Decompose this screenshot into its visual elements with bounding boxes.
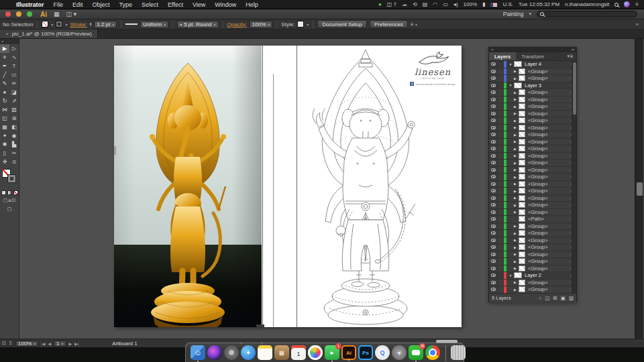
disclosure-icon[interactable]: ▶ [513, 245, 518, 249]
draw-normal-mode-icon[interactable]: ▢ [3, 198, 8, 203]
dock-chrome[interactable] [425, 345, 440, 360]
disclosure-icon[interactable]: ▼ [508, 83, 513, 87]
lock-cell[interactable] [498, 160, 504, 166]
layer-row[interactable]: ▶ <Group> ○ [489, 181, 576, 188]
layer-row[interactable]: ▶ <Group> ○ [489, 174, 576, 181]
none-button[interactable] [13, 190, 18, 195]
export-icon[interactable]: ↥ [9, 341, 13, 346]
brush-definition-field[interactable]: Uniform▾ [140, 21, 168, 28]
dock-quicktime[interactable]: Q [375, 345, 390, 360]
layer-label[interactable]: <Group> [528, 68, 567, 74]
layer-row[interactable]: ▶ <Group> ○ [489, 195, 576, 202]
dock-illustrator[interactable]: Ai [341, 345, 356, 360]
layer-row[interactable]: ▼ Layer 4 ○ [489, 61, 576, 68]
minimize-window-button[interactable] [16, 11, 21, 17]
notification-center-icon[interactable]: ≡ [635, 1, 639, 7]
dock-safari[interactable]: ✦ [241, 345, 256, 360]
menu-item[interactable]: Select [142, 1, 158, 8]
visibility-toggle-icon[interactable] [489, 202, 498, 208]
lock-cell[interactable] [498, 265, 504, 272]
draw-behind-mode-icon[interactable]: ⧈ [8, 198, 11, 203]
dock-system-preferences[interactable]: ⚙ [224, 345, 239, 360]
layer-row[interactable]: ▶ <Group> ○ [489, 89, 576, 97]
visibility-toggle-icon[interactable] [489, 265, 498, 272]
disclosure-icon[interactable]: ▶ [513, 280, 518, 284]
lock-cell[interactable] [498, 139, 504, 145]
user-name[interactable]: n.thanadamrongsit [565, 1, 609, 7]
visibility-toggle-icon[interactable] [489, 188, 498, 194]
lock-cell[interactable] [498, 280, 504, 286]
arrange-documents-icon[interactable]: ▦ [54, 11, 60, 17]
artboard[interactable]: linesen · sketch by hand · f www.faceboo… [114, 46, 462, 327]
visibility-toggle-icon[interactable] [489, 272, 498, 279]
zoom-level-field[interactable]: 100%▾ [15, 341, 38, 347]
stroke-weight-stepper[interactable]: ▴▾ [90, 22, 92, 27]
layer-row[interactable]: ▶ <Group> ○ [489, 202, 576, 209]
layer-row[interactable]: ▶ <Group> ○ [489, 103, 576, 111]
visibility-toggle-icon[interactable] [489, 139, 498, 145]
dock-line[interactable]: 35 [409, 345, 423, 360]
close-window-button[interactable] [5, 11, 11, 17]
document-layout-icon[interactable]: ◫ ▾ [66, 11, 77, 17]
close-tab-icon[interactable]: × [5, 31, 9, 37]
visibility-toggle-icon[interactable] [489, 174, 498, 180]
disclosure-icon[interactable]: ▶ [513, 224, 518, 228]
disclosure-icon[interactable]: ▶ [513, 288, 518, 292]
paintbrush-tool[interactable]: ✎ [0, 79, 9, 88]
line-art-drawing[interactable] [265, 46, 462, 327]
layers-scrollbar[interactable] [572, 61, 576, 293]
lock-cell[interactable] [498, 202, 504, 208]
disclosure-icon[interactable]: ▶ [513, 259, 518, 263]
disclosure-icon[interactable]: ▶ [513, 203, 518, 207]
layer-row[interactable]: ▶ <Group> ○ [489, 244, 576, 251]
style-caret-icon[interactable]: ▾ [307, 22, 309, 27]
layer-row[interactable]: ▶ <Group> ○ [489, 237, 576, 245]
visibility-toggle-icon[interactable] [489, 244, 498, 251]
draw-inside-mode-icon[interactable]: ⊡ [12, 198, 16, 203]
lock-cell[interactable] [498, 153, 504, 160]
menu-item[interactable]: Object [93, 1, 110, 8]
disclosure-icon[interactable]: ▶ [513, 231, 518, 235]
layer-row[interactable]: ▶ <Group> ○ [489, 145, 576, 153]
menu-item[interactable]: View [193, 1, 205, 8]
workspace-switcher[interactable]: Painting [503, 11, 524, 17]
visibility-toggle-icon[interactable] [489, 82, 498, 89]
layer-row[interactable]: ▼ Layer 3 ○ [489, 82, 576, 90]
visibility-toggle-icon[interactable] [489, 125, 498, 131]
disclosure-icon[interactable]: ▶ [513, 252, 518, 256]
menu-item[interactable]: Edit [72, 1, 83, 8]
layer-row[interactable]: ▶ <Group> ○ [489, 209, 576, 217]
pen-tool[interactable]: ✒ [0, 62, 9, 70]
pencil-tool[interactable]: ✏ [9, 79, 19, 88]
mesh-tool[interactable]: ▦ [0, 123, 9, 131]
volume-icon[interactable]: ◂) [453, 1, 458, 7]
lock-cell[interactable] [498, 111, 504, 117]
disclosure-icon[interactable]: ▶ [513, 139, 518, 143]
reference-photo[interactable] [114, 46, 262, 327]
delete-layer-icon[interactable]: ▥ [569, 295, 574, 301]
panel-tab[interactable]: Transform [516, 52, 549, 60]
layer-label[interactable]: Layer 3 [525, 82, 567, 88]
dock-photos[interactable] [308, 345, 323, 360]
layer-label[interactable]: <Group> [528, 286, 567, 292]
lock-cell[interactable] [498, 103, 504, 110]
input-source-label[interactable]: U.S. [502, 1, 513, 7]
stroke-swatch[interactable] [56, 21, 62, 27]
flag-icon[interactable] [490, 3, 497, 7]
layer-label[interactable]: <Group> [528, 97, 567, 103]
disclosure-icon[interactable]: ▶ [513, 69, 518, 73]
disclosure-icon[interactable]: ▶ [513, 168, 518, 172]
stroke-weight-field[interactable]: 1.2 pt▾ [94, 21, 117, 28]
layer-label[interactable]: <Group> [528, 103, 567, 109]
vertical-scrollbar[interactable] [635, 39, 643, 339]
disclosure-icon[interactable]: ▶ [513, 175, 518, 179]
app-search-input[interactable] [537, 11, 637, 17]
disclosure-icon[interactable]: ▶ [513, 238, 518, 242]
dock-contacts[interactable]: ▤ [274, 345, 289, 360]
dock-finder[interactable]: ☺ [191, 345, 205, 360]
dock-facetime[interactable]: ▸ 1 [325, 345, 339, 360]
layer-label[interactable]: <Group> [528, 237, 567, 243]
opacity-panel-link[interactable]: Opacity: [227, 21, 247, 27]
disclosure-icon[interactable]: ▶ [513, 196, 518, 200]
spotlight-icon[interactable] [614, 3, 619, 7]
